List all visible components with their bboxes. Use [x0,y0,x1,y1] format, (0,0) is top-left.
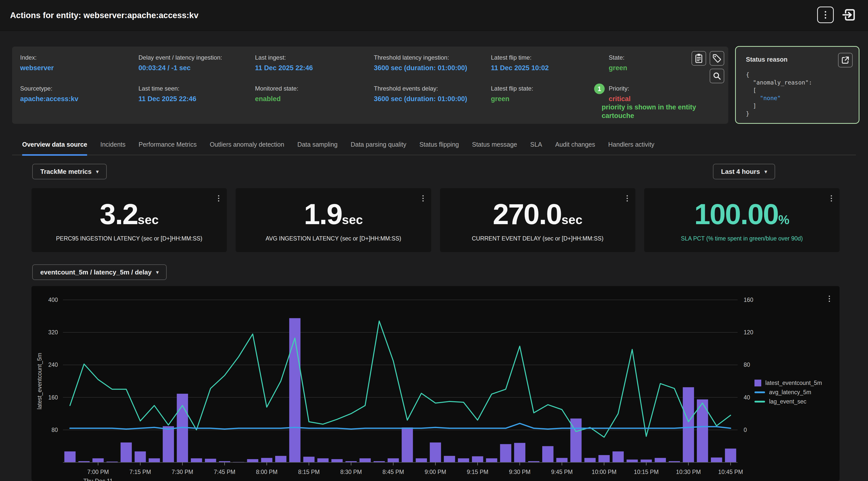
svg-text:40: 40 [744,394,750,401]
svg-text:8:15 PM: 8:15 PM [298,469,320,475]
svg-text:9:15 PM: 9:15 PM [467,469,488,475]
field-priority: 1 Priority: critical priority is shown i… [609,85,685,103]
kpi-value: 270.0 [493,198,562,230]
svg-text:80: 80 [744,361,750,368]
svg-text:240: 240 [48,361,58,368]
card-menu-icon[interactable] [423,195,424,201]
card-menu-icon[interactable] [627,195,628,201]
svg-text:160: 160 [48,394,58,401]
svg-text:7:00 PM: 7:00 PM [87,469,109,475]
tag-button[interactable] [710,51,724,66]
legend-swatch [754,401,765,403]
exit-icon [841,7,857,23]
metrics-dropdown[interactable]: TrackMe metrics ▾ [32,164,107,180]
legend-swatch [754,380,761,386]
kpi-card-current-event-delay: 270.0sec CURRENT EVENT DELAY (sec or [D+… [440,188,636,252]
field-last-time-seen: Last time seen: 11 Dec 2025 22:46 [138,85,255,103]
svg-text:7:45 PM: 7:45 PM [214,469,236,475]
field-monitored-state: Monitored state: enabled [255,85,374,103]
svg-text:latest_eventcount_5m: latest_eventcount_5m [36,353,43,409]
exit-button[interactable] [841,6,858,23]
kpi-value: 3.2 [100,198,138,230]
tab-performance-metrics[interactable]: Performance Metrics [139,141,197,156]
tab-handlers-activity[interactable]: Handlers activity [608,141,654,156]
field-index: Index: webserver [20,54,138,85]
kpi-label: CURRENT EVENT DELAY (sec or [D+]HH:MM:SS… [472,235,603,242]
clipboard-button[interactable] [691,51,706,66]
field-last-ingest: Last ingest: 11 Dec 2025 22:46 [255,54,374,85]
chart-series-dropdown[interactable]: eventcount_5m / latency_5m / delay ▾ [32,264,167,280]
app-header: Actions for entity: webserver:apache:acc… [0,0,868,31]
kpi-label: PERC95 INGESTION LATENCY (sec or [D+]HH:… [56,235,202,242]
svg-text:9:00 PM: 9:00 PM [425,469,446,475]
kpi-label: AVG INGESTION LATENCY (sec or [D+]HH:MM:… [266,235,401,242]
time-range-dropdown[interactable]: Last 4 hours ▾ [713,164,775,180]
svg-text:120: 120 [744,329,753,335]
tag-icon [711,53,722,64]
kpi-unit: sec [561,213,582,227]
svg-text:80: 80 [51,427,58,433]
field-delay-latency: Delay event / latency ingestion: 00:03:2… [138,54,255,85]
page: Actions for entity: webserver:apache:acc… [0,0,868,481]
svg-text:8:30 PM: 8:30 PM [340,469,362,475]
status-reason-panel: Status reason { "anomaly_reason": [ "non… [735,46,860,124]
tab-audit-changes[interactable]: Audit changes [555,141,595,156]
kpi-cards: 3.2sec PERC95 INGESTION LATENCY (sec or … [31,188,840,252]
entity-panel-actions [686,51,724,86]
timeseries-chart-panel: 80160240320400040801201607:00 PMThu Dec … [31,286,840,481]
svg-text:7:15 PM: 7:15 PM [129,469,151,475]
kpi-card-sla-pct: 100.00% SLA PCT (% time spent in green/b… [644,188,840,252]
legend-item-lag-event[interactable]: lag_event_sec [754,398,822,405]
entity-info-panel: Index: webserver Sourcetype: apache:acce… [12,46,728,124]
entity-fields: Index: webserver Sourcetype: apache:acce… [20,54,685,103]
priority-note: priority is shown in the entity cartouch… [602,103,727,120]
status-reason-json: { "anomaly_reason": [ "none" ] } [746,71,812,118]
svg-text:400: 400 [48,297,58,303]
svg-text:Thu Dec 11: Thu Dec 11 [83,478,113,481]
field-sourcetype: Sourcetype: apache:access:kv [20,85,138,103]
header-actions [817,6,858,23]
field-threshold-latency: Threshold latency ingestion: 3600 sec (d… [374,54,491,85]
tab-status-flipping[interactable]: Status flipping [420,141,459,156]
tab-incidents[interactable]: Incidents [100,141,125,156]
search-icon [711,70,722,82]
svg-text:320: 320 [48,329,58,335]
svg-text:160: 160 [744,297,753,303]
chevron-down-icon: ▾ [156,269,159,275]
kpi-value: 1.9 [304,198,342,230]
page-title: Actions for entity: webserver:apache:acc… [10,10,198,20]
chart-menu-icon[interactable] [829,296,830,302]
svg-text:8:00 PM: 8:00 PM [256,469,278,475]
kpi-label: SLA PCT (% time spent in green/blue over… [681,235,803,242]
chevron-down-icon: ▾ [96,168,99,174]
field-state: State: green [609,54,685,85]
field-threshold-events-delay: Threshold events delay: 3600 sec (durati… [374,85,491,103]
status-reason-title: Status reason [746,56,787,63]
timeseries-chart[interactable]: 80160240320400040801201607:00 PMThu Dec … [31,286,840,481]
card-menu-icon[interactable] [218,195,219,201]
kebab-icon [825,11,826,19]
tab-status-message[interactable]: Status message [472,141,517,156]
svg-text:10:30 PM: 10:30 PM [676,469,701,475]
priority-count-badge: 1 [594,84,605,94]
tab-bar: Overview data source Incidents Performan… [12,141,856,155]
search-button[interactable] [710,69,724,83]
tab-sla[interactable]: SLA [530,141,542,156]
clipboard-icon [693,53,704,64]
kpi-unit: % [778,213,789,227]
svg-text:10:15 PM: 10:15 PM [634,469,658,475]
chevron-down-icon: ▾ [765,168,767,174]
open-external-button[interactable] [838,53,852,67]
svg-text:10:00 PM: 10:00 PM [592,469,616,475]
tab-data-sampling[interactable]: Data sampling [297,141,338,156]
legend-item-avg-latency[interactable]: avg_latency_5m [754,389,822,396]
tab-outliers-anomaly-detection[interactable]: Outliers anomaly detection [210,141,284,156]
legend-item-eventcount[interactable]: latest_eventcount_5m [754,380,822,386]
legend-swatch [754,391,765,393]
card-menu-icon[interactable] [831,195,832,201]
tab-overview-data-source[interactable]: Overview data source [22,141,87,156]
more-options-button[interactable] [817,6,834,23]
tab-data-parsing-quality[interactable]: Data parsing quality [351,141,406,156]
field-latest-flip-time: Latest flip time: 11 Dec 2025 10:02 [491,54,609,85]
chart-legend: latest_eventcount_5m avg_latency_5m lag_… [754,380,822,405]
